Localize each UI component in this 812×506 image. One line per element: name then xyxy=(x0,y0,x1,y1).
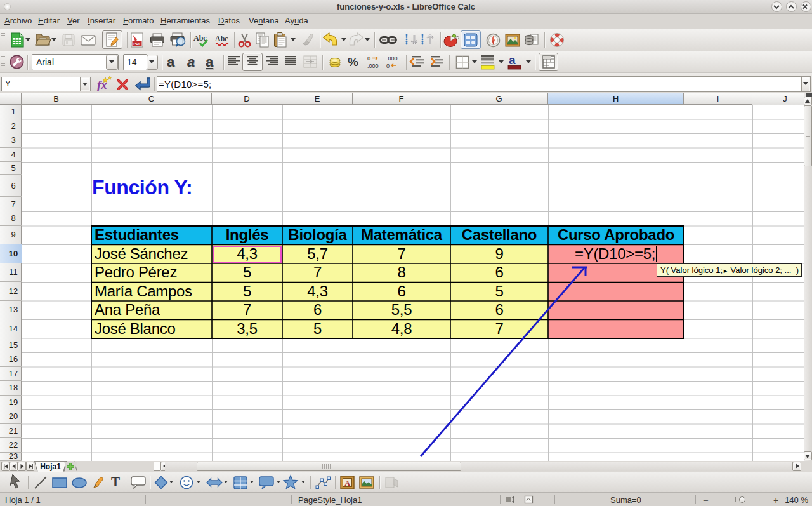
svg-text:Abc: Abc xyxy=(193,34,207,43)
svg-text:PDF: PDF xyxy=(134,42,141,46)
svg-text:a: a xyxy=(509,53,516,67)
svg-text:0: 0 xyxy=(386,63,390,69)
svg-text:.000: .000 xyxy=(386,55,398,62)
svg-text:0: 0 xyxy=(367,55,370,62)
svg-text:A: A xyxy=(344,479,350,488)
svg-text:Abc: Abc xyxy=(215,34,228,43)
svg-text:.000: .000 xyxy=(367,63,379,69)
